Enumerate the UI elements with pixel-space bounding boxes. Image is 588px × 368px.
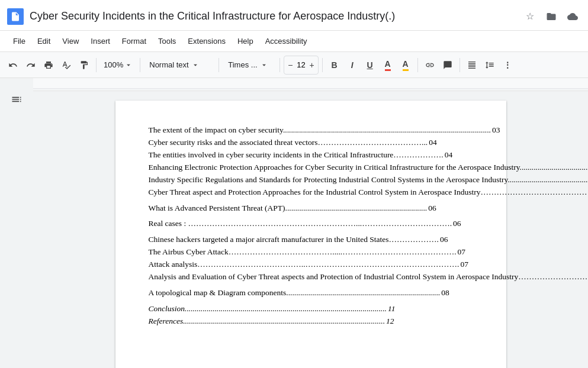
toc-entry: The extent of the impact on cyber securi… <box>149 124 473 137</box>
menu-format[interactable]: Format <box>116 33 152 49</box>
cloud-button[interactable] <box>564 8 581 25</box>
underline-button[interactable]: U <box>362 57 378 73</box>
font-selector[interactable]: Times ... <box>223 56 276 75</box>
toc-page-number: 11 <box>388 303 396 315</box>
toc-entry: Chinese hackers targeted a major aircraf… <box>149 234 473 246</box>
document-scroll[interactable]: The extent of the impact on cyber securi… <box>33 91 588 368</box>
toc-entry: Conclusion..............................… <box>149 303 473 315</box>
toc-title: What is Advanced Persistent Threat (APT)… <box>149 202 428 215</box>
more-options-button[interactable]: ⋮ <box>499 57 516 73</box>
highlight-label: A <box>403 59 409 71</box>
toc-page-number: 06 <box>453 218 461 230</box>
document-page: The extent of the impact on cyber securi… <box>115 101 506 368</box>
toc-entry: Enhancing Electronic Protection Approach… <box>149 162 473 174</box>
zoom-label: 100% <box>104 60 123 69</box>
font-label: Times ... <box>228 60 257 69</box>
content-column: The extent of the impact on cyber securi… <box>33 78 588 368</box>
redo-button[interactable] <box>23 56 39 75</box>
font-size-decrease[interactable]: − <box>287 60 294 70</box>
star-button[interactable]: ☆ <box>522 8 538 25</box>
style-selector[interactable]: Normal text <box>144 56 215 75</box>
menu-accessibility[interactable]: Accessibility <box>259 33 313 49</box>
menu-extensions[interactable]: Extensions <box>182 33 232 49</box>
toc-entry: Cyber Threat aspect and Protection Appro… <box>149 186 473 199</box>
main-area: The extent of the impact on cyber securi… <box>0 78 588 368</box>
toc-title: References..............................… <box>149 315 385 328</box>
italic-button[interactable]: I <box>344 57 361 73</box>
separator-7 <box>460 58 460 72</box>
separator-2 <box>140 58 140 72</box>
separator-3 <box>219 58 219 72</box>
zoom-selector[interactable]: 100% <box>100 56 136 75</box>
left-panel <box>0 78 33 368</box>
toc-entry: What is Advanced Persistent Threat (APT)… <box>149 202 473 215</box>
align-button[interactable] <box>464 57 480 73</box>
toc-title: Conclusion..............................… <box>149 303 387 315</box>
menu-file[interactable]: File <box>7 33 31 49</box>
toc-entry: Analysis and Evaluation of Cyber Threat … <box>149 271 473 283</box>
highlight-button[interactable]: A <box>397 57 414 73</box>
toc-entry: The entities involved in cyber security … <box>149 149 473 162</box>
link-button[interactable] <box>422 57 438 73</box>
menu-view[interactable]: View <box>56 33 85 49</box>
toc-title: Analysis and Evaluation of Cyber Threat … <box>149 271 589 283</box>
ruler <box>33 78 588 91</box>
undo-button[interactable] <box>5 56 21 75</box>
title-bar: Cyber Security Incidents in the Critical… <box>0 0 588 31</box>
menu-edit[interactable]: Edit <box>31 33 56 49</box>
toc-entry: A topological map & Diagram components..… <box>149 287 473 299</box>
toc-page-number: 06 <box>440 234 448 246</box>
spell-check-button[interactable] <box>58 56 75 75</box>
menu-help[interactable]: Help <box>232 33 259 49</box>
line-spacing-button[interactable] <box>481 57 498 73</box>
outline-toggle[interactable] <box>7 90 26 109</box>
separator-6 <box>417 58 418 72</box>
toc-entry: Real cases : ………………………………………………………...………… <box>149 218 473 230</box>
separator-5 <box>322 58 323 72</box>
toc-page-number: 07 <box>460 259 468 271</box>
toc-page-number: 03 <box>492 124 500 137</box>
toc-title: Industry Specific Regulations and Standa… <box>149 174 589 186</box>
toc-title: Enhancing Electronic Protection Approach… <box>149 162 589 174</box>
toc-page-number: 04 <box>445 149 453 162</box>
print-button[interactable] <box>40 56 57 75</box>
toc-title: The Airbus Cyber Attack…………………………………....… <box>149 246 457 259</box>
toc-page-number: 04 <box>429 137 437 149</box>
font-color-label: A <box>385 59 391 71</box>
toc-entry: Industry Specific Regulations and Standa… <box>149 174 473 186</box>
font-size-increase[interactable]: + <box>308 60 315 70</box>
toc-title: Chinese hackers targeted a major aircraf… <box>149 234 439 246</box>
font-size-control: − 12 + <box>284 56 318 75</box>
toc-title: The extent of the impact on cyber securi… <box>149 124 491 137</box>
menu-tools[interactable]: Tools <box>152 33 182 49</box>
paint-format-button[interactable] <box>76 56 92 75</box>
doc-icon <box>7 8 24 25</box>
separator-4 <box>279 58 280 72</box>
toc-page-number: 07 <box>458 246 466 259</box>
toc-title: A topological map & Diagram components..… <box>149 287 441 299</box>
font-size-value: 12 <box>294 60 308 69</box>
folder-button[interactable] <box>543 8 560 25</box>
toc-title: Cyber security risks and the associated … <box>149 137 428 149</box>
menu-bar: File Edit View Insert Format Tools Exten… <box>0 31 588 52</box>
bold-button[interactable]: B <box>326 57 343 73</box>
menu-insert[interactable]: Insert <box>85 33 116 49</box>
document-title: Cyber Security Incidents in the Critical… <box>30 10 517 22</box>
toc-page-number: 08 <box>441 287 449 299</box>
toc-title: The entities involved in cyber security … <box>149 149 444 162</box>
toc-page-number: 12 <box>386 315 394 328</box>
separator-1 <box>96 58 97 72</box>
comment-button[interactable] <box>439 57 456 73</box>
toc-entry: References..............................… <box>149 315 473 328</box>
toc-title: Real cases : ………………………………………………………...………… <box>149 218 452 230</box>
toc-title: Cyber Threat aspect and Protection Appro… <box>149 186 589 199</box>
font-color-button[interactable]: A <box>380 57 396 73</box>
toc-page-number: 06 <box>428 202 436 215</box>
title-actions: ☆ <box>522 8 581 25</box>
toc-entry: Attack analysis…………………………………..…………………………… <box>149 259 473 271</box>
toc-title: Attack analysis…………………………………..…………………………… <box>149 259 460 271</box>
style-label: Normal text <box>149 60 188 69</box>
toolbar: 100% Normal text Times ... − 12 + B I U … <box>0 52 588 78</box>
toc-entry: The Airbus Cyber Attack…………………………………....… <box>149 246 473 259</box>
toc-entry: Cyber security risks and the associated … <box>149 137 473 149</box>
